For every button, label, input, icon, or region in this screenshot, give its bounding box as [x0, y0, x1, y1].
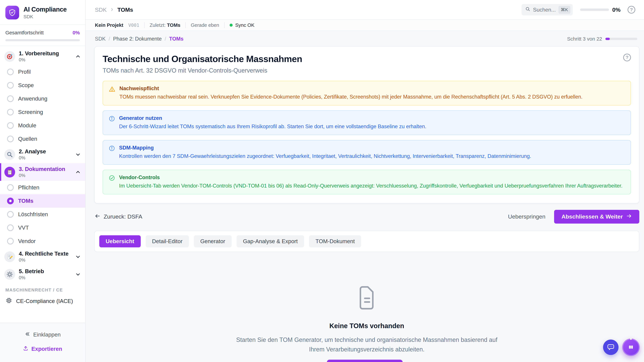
tab-bar: Uebersicht Detail-Editor Generator Gap-A… — [94, 231, 639, 252]
sidebar-item-vvt[interactable]: VVT — [0, 221, 85, 234]
breadcrumb: SDK TOMs — [95, 6, 133, 13]
sidebar-item-vendor[interactable]: Vendor — [0, 234, 85, 248]
collapse-sidebar-button[interactable]: Einklappen — [20, 328, 66, 341]
gear-icon — [4, 269, 15, 280]
arrow-left-icon — [94, 213, 100, 221]
section-percent: 0% — [19, 173, 65, 178]
radio-icon — [7, 224, 14, 231]
sidebar-section-analyse[interactable]: 2. Analyse 0% — [0, 146, 85, 163]
document-icon — [357, 285, 377, 312]
sidebar-section-betrieb[interactable]: 5. Betrieb 0% — [0, 266, 85, 283]
sidebar: AI Compliance SDK Gesamtfortschritt 0% 1… — [0, 0, 86, 362]
empty-state-title: Keine TOMs vorhanden — [330, 322, 404, 330]
chevron-down-icon — [76, 152, 80, 157]
radio-icon — [7, 82, 14, 89]
sidebar-nav: 1. Vorbereitung 0% Profil Scope Anwendun… — [0, 46, 85, 323]
status-version: V001 — [128, 23, 139, 28]
breadcrumb-current: TOMs — [118, 6, 133, 13]
status-last-value: TOMs — [167, 22, 180, 28]
columns-panel-button[interactable] — [622, 339, 640, 356]
start-generator-button[interactable] — [327, 360, 403, 362]
sidebar-item-scope[interactable]: Scope — [0, 79, 85, 92]
section-label: 5. Betrieb — [19, 268, 44, 275]
magnifier-icon — [4, 149, 15, 160]
info-circle-icon — [109, 115, 115, 130]
search-input[interactable]: Suchen... ⌘K — [522, 4, 573, 15]
page-content: Technische und Organisatorische Massnahm… — [86, 46, 644, 354]
sidebar-section-rechtliche-texte[interactable]: 4. Rechtliche Texte 0% — [0, 248, 85, 266]
chevron-down-icon — [76, 254, 80, 259]
section-percent: 0% — [19, 155, 46, 161]
sidebar-section-vorbereitung[interactable]: 1. Vorbereitung 0% — [0, 48, 85, 65]
upload-icon — [23, 346, 28, 352]
divider — [185, 22, 186, 28]
page-title: Technische und Organisatorische Massnahm… — [103, 54, 623, 64]
radio-icon — [7, 211, 14, 218]
skip-button[interactable]: Ueberspringen — [508, 213, 546, 220]
sync-status-label: Sync OK — [235, 22, 254, 28]
chevron-up-icon — [76, 54, 80, 59]
sidebar-item-quellen[interactable]: Quellen — [0, 132, 85, 146]
toms-card: Technische und Organisatorische Massnahm… — [94, 46, 639, 203]
arrow-right-icon — [626, 213, 632, 220]
section-label: 2. Analyse — [19, 148, 46, 155]
notice-vendor-controls: Vendor-ControlsIm Uebersicht-Tab werden … — [103, 170, 631, 194]
tab-uebersicht[interactable]: Uebersicht — [99, 235, 141, 247]
wizard-step-label: Schritt 3 von 22 — [567, 36, 602, 42]
radio-icon — [7, 238, 14, 245]
tab-gap-analyse-export[interactable]: Gap-Analyse & Export — [237, 235, 304, 247]
header-progress-value: 0% — [612, 6, 620, 13]
check-circle-icon — [109, 175, 115, 190]
radio-icon — [7, 109, 14, 115]
search-shortcut-badge: ⌘K — [558, 6, 570, 14]
sidebar-item-ce-compliance[interactable]: CE-Compliance (IACE) — [0, 293, 85, 310]
chat-bubble-icon — [606, 343, 615, 352]
wizard-crumb-phase[interactable]: Phase 2: Dokumente — [113, 36, 162, 42]
sync-status-icon — [230, 24, 232, 27]
sidebar-item-profil[interactable]: Profil — [0, 65, 85, 79]
empty-state: Keine TOMs vorhanden Starten Sie den TOM… — [94, 285, 639, 354]
app-subtitle: SDK — [24, 14, 66, 19]
tab-detail-editor[interactable]: Detail-Editor — [146, 235, 189, 247]
header-progress-bar — [580, 8, 609, 11]
divider — [144, 22, 144, 28]
back-button[interactable]: Zurueck: DSFA — [94, 213, 142, 221]
sidebar-item-loeschfristen[interactable]: Löschfristen — [0, 208, 85, 221]
export-button[interactable]: Exportieren — [18, 343, 67, 355]
section-label: 3. Dokumentation — [19, 166, 65, 172]
section-label: 4. Rechtliche Texte — [19, 251, 68, 257]
sidebar-item-anwendung[interactable]: Anwendung — [0, 92, 85, 105]
chat-button[interactable] — [603, 340, 618, 355]
chevron-down-icon — [76, 272, 80, 277]
sidebar-item-toms[interactable]: TOMs — [0, 194, 85, 208]
app-root: AI Compliance SDK Gesamtfortschritt 0% 1… — [0, 0, 644, 362]
card-help-icon[interactable]: ? — [623, 54, 631, 61]
sidebar-section-dokumentation[interactable]: 3. Dokumentation 0% — [0, 163, 85, 181]
notice-nachweispflicht: NachweispflichtTOMs muessen nachweisbar … — [103, 81, 631, 105]
radio-icon — [7, 136, 14, 142]
tab-generator[interactable]: Generator — [194, 235, 232, 247]
chevron-right-icon — [110, 7, 114, 13]
wizard-crumb-sdk[interactable]: SDK — [95, 36, 106, 42]
top-header: SDK TOMs Suchen... ⌘K 0% ? — [86, 0, 644, 20]
complete-next-button[interactable]: Abschliessen & Weiter — [554, 210, 639, 224]
breadcrumb-root[interactable]: SDK — [95, 6, 107, 13]
radio-icon — [7, 122, 14, 129]
wizard-breadcrumb-row: SDK / Phase 2: Dokumente / TOMs Schritt … — [86, 31, 644, 46]
radio-icon — [7, 184, 14, 191]
overall-progress: Gesamtfortschritt 0% — [0, 25, 85, 46]
sidebar-item-screening[interactable]: Screening — [0, 105, 85, 119]
columns-icon — [627, 343, 635, 352]
tab-tom-dokument[interactable]: TOM-Dokument — [309, 235, 361, 247]
target-icon — [4, 51, 15, 62]
page-subtitle: TOMs nach Art. 32 DSGVO mit Vendor-Contr… — [103, 67, 623, 74]
help-icon[interactable]: ? — [628, 6, 635, 13]
sidebar-footer: Einklappen Exportieren — [0, 323, 85, 362]
radio-icon — [7, 68, 14, 75]
wizard-crumb-current: TOMs — [169, 36, 184, 42]
status-last-label: Zuletzt: — [150, 22, 166, 28]
empty-state-body: Starten Sie den TOM Generator, um techni… — [236, 335, 498, 354]
sidebar-item-module[interactable]: Module — [0, 119, 85, 132]
sidebar-group-maschinenrecht: MASCHINENRECHT / CE — [0, 287, 85, 293]
sidebar-item-pflichten[interactable]: Pflichten — [0, 181, 85, 194]
